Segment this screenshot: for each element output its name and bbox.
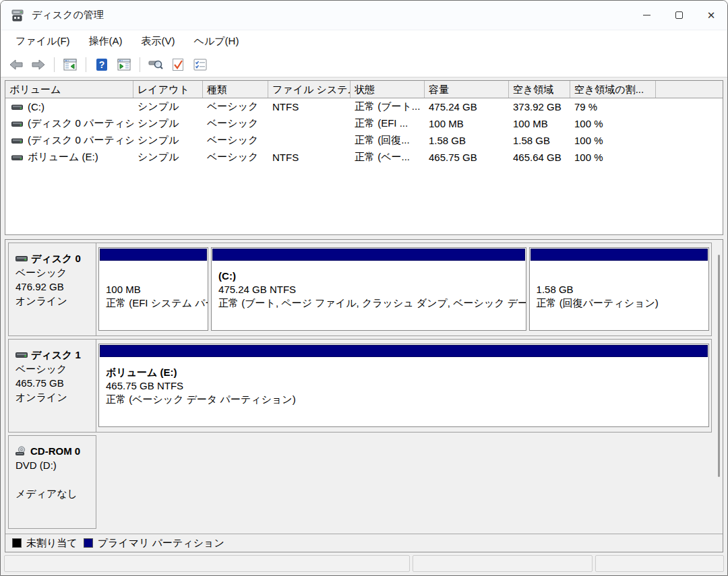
legend-label: プライマリ パーティション [98, 537, 224, 550]
volume-status: 正常 (ベー... [351, 151, 425, 164]
volume-name: (ディスク 0 パーティシ... [28, 117, 133, 130]
forward-icon[interactable] [30, 56, 47, 73]
volume-status: 正常 (EFI ... [351, 117, 425, 130]
disk-1-label[interactable]: ディスク 1 ベーシック 465.75 GB オンライン [8, 339, 96, 433]
disk-type: ベーシック [16, 265, 92, 280]
menu-view[interactable]: 表示(V) [132, 32, 185, 51]
menu-action[interactable]: 操作(A) [80, 32, 132, 51]
column-header-filesystem[interactable]: ファイル システム [268, 81, 351, 98]
menu-help[interactable]: ヘルプ(H) [185, 32, 249, 51]
status-pane [4, 555, 410, 572]
close-icon: ✕ [707, 10, 716, 20]
volume-free: 100 MB [509, 118, 570, 129]
volume-row[interactable]: (ディスク 0 パーティシ... シンプル ベーシック 正常 (回復... 1.… [5, 132, 723, 149]
disk-type: DVD (D:) [16, 458, 92, 472]
volume-row[interactable]: (C:) シンプル ベーシック NTFS 正常 (ブート... 475.24 G… [5, 98, 723, 115]
volume-row[interactable]: ボリューム (E:) シンプル ベーシック NTFS 正常 (ベー... 465… [5, 149, 723, 166]
partition-efi[interactable]: 100 MB 正常 (EFI システム パーティション) [98, 247, 208, 331]
volume-type: ベーシック [203, 134, 268, 147]
workspace: ボリューム レイアウト 種類 ファイル システム 状態 容量 空き領域 空き領域… [1, 77, 727, 552]
volume-list-header: ボリューム レイアウト 種類 ファイル システム 状態 容量 空き領域 空き領域… [5, 81, 723, 98]
disk-type: ベーシック [16, 362, 92, 376]
graphical-view-pane: ディスク 0 ベーシック 476.92 GB オンライン 100 MB 正 [5, 239, 723, 552]
volume-list-pane: ボリューム レイアウト 種類 ファイル システム 状態 容量 空き領域 空き領域… [5, 80, 723, 235]
volume-capacity: 1.58 GB [425, 135, 509, 146]
toolbar-separator [140, 57, 140, 72]
title-bar: ディスクの管理 ✕ [1, 1, 727, 30]
help-icon[interactable]: ? [93, 56, 111, 73]
volume-capacity: 475.24 GB [425, 101, 509, 113]
partition-title: ボリューム (E:) [106, 366, 704, 379]
cdrom-0-band: CD-ROM 0 DVD (D:) メディアなし [8, 435, 712, 529]
volume-layout: シンプル [133, 100, 203, 113]
minimize-button[interactable] [630, 1, 663, 30]
volume-free-pct: 100 % [570, 118, 656, 129]
volume-row[interactable]: (ディスク 0 パーティシ... シンプル ベーシック 正常 (EFI ... … [5, 115, 723, 132]
disk-name: ディスク 0 [31, 251, 81, 265]
volume-filesystem: NTFS [268, 101, 351, 113]
partition-c[interactable]: (C:) 475.24 GB NTFS 正常 (ブート, ページ ファイル, ク… [211, 247, 526, 331]
minimize-icon [643, 15, 650, 15]
app-icon [10, 9, 25, 22]
volume-status: 正常 (回復... [351, 134, 425, 147]
volume-name: (ディスク 0 パーティシ... [28, 134, 133, 147]
column-header-type[interactable]: 種類 [203, 81, 268, 98]
toolbar: ? [1, 52, 727, 77]
maximize-button[interactable] [663, 1, 695, 30]
disk-drive-icon [11, 103, 23, 111]
disk-size: 476.92 GB [16, 280, 92, 294]
svg-text:?: ? [99, 59, 105, 70]
volume-name: ボリューム (E:) [28, 151, 98, 164]
show-console-tree-icon[interactable] [61, 56, 79, 73]
volume-layout: シンプル [133, 151, 203, 164]
menu-file[interactable]: ファイル(F) [6, 32, 80, 51]
partition-size: 100 MB [106, 283, 204, 296]
column-header-layout[interactable]: レイアウト [133, 81, 203, 98]
column-header-blank [656, 81, 723, 98]
volume-free-pct: 79 % [570, 101, 656, 113]
partition-recovery[interactable]: 1.58 GB 正常 (回復パーティション) [529, 247, 709, 331]
volume-layout: シンプル [133, 117, 203, 130]
disk-drive-icon [11, 120, 23, 128]
disk-name: CD-ROM 0 [30, 444, 80, 458]
toolbar-separator [86, 57, 86, 72]
partition-status: 正常 (回復パーティション) [537, 296, 704, 310]
volume-name: (C:) [28, 101, 44, 113]
menu-bar: ファイル(F) 操作(A) 表示(V) ヘルプ(H) [1, 30, 727, 52]
volume-capacity: 465.75 GB [425, 152, 509, 163]
partition-color-bar [100, 249, 207, 261]
partition-status: 正常 (EFI システム パーティション) [106, 296, 204, 310]
disk-1-band: ディスク 1 ベーシック 465.75 GB オンライン ボリューム (E:) … [8, 339, 712, 433]
column-header-free[interactable]: 空き領域 [509, 81, 570, 98]
disk-0-band: ディスク 0 ベーシック 476.92 GB オンライン 100 MB 正 [8, 243, 712, 336]
primary-partition-swatch [84, 538, 93, 548]
back-icon[interactable] [7, 56, 25, 73]
column-header-free-pct[interactable]: 空き領域の割... [570, 81, 656, 98]
column-header-status[interactable]: 状態 [351, 81, 425, 98]
column-header-volume[interactable]: ボリューム [5, 81, 133, 98]
partition-e[interactable]: ボリューム (E:) 465.75 GB NTFS 正常 (ベーシック データ … [98, 344, 709, 427]
partition-title [537, 269, 704, 283]
disk-name: ディスク 1 [31, 348, 81, 362]
show-action-pane-icon[interactable] [115, 56, 133, 73]
partition-size: 475.24 GB NTFS [218, 283, 521, 296]
column-header-capacity[interactable]: 容量 [425, 81, 509, 98]
disk-0-label[interactable]: ディスク 0 ベーシック 476.92 GB オンライン [8, 243, 96, 336]
vertical-scrollbar[interactable] [718, 255, 720, 477]
partition-status: 正常 (ブート, ページ ファイル, クラッシュ ダンプ, ベーシック データ … [218, 296, 521, 310]
close-button[interactable]: ✕ [695, 1, 727, 30]
disk-size: 465.75 GB [16, 376, 92, 390]
task-checklist-icon[interactable] [191, 56, 209, 73]
disk-status: メディアなし [16, 486, 92, 501]
disk-management-window: ディスクの管理 ✕ ファイル(F) 操作(A) 表示(V) ヘルプ(H) [0, 0, 728, 576]
legend-label: 未割り当て [26, 537, 78, 550]
window-title: ディスクの管理 [32, 9, 104, 22]
check-document-icon[interactable] [169, 56, 187, 73]
disk-drive-icon [11, 154, 23, 162]
cdrom-0-label[interactable]: CD-ROM 0 DVD (D:) メディアなし [8, 435, 96, 529]
status-bar [1, 552, 727, 575]
disk-rescan-icon[interactable] [147, 56, 164, 73]
partition-title [106, 269, 204, 283]
disk-icon [16, 351, 28, 359]
volume-type: ベーシック [203, 151, 268, 164]
